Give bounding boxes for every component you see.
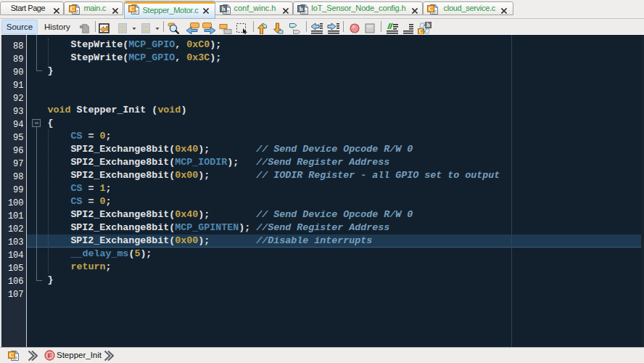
svg-text:h: h bbox=[299, 5, 302, 12]
svg-text:F: F bbox=[48, 351, 52, 359]
svg-text:C: C bbox=[9, 351, 14, 359]
svg-text:C: C bbox=[429, 5, 433, 12]
svg-text:C: C bbox=[70, 5, 75, 12]
svg-text:h: h bbox=[222, 5, 226, 12]
svg-text:C: C bbox=[129, 5, 133, 12]
